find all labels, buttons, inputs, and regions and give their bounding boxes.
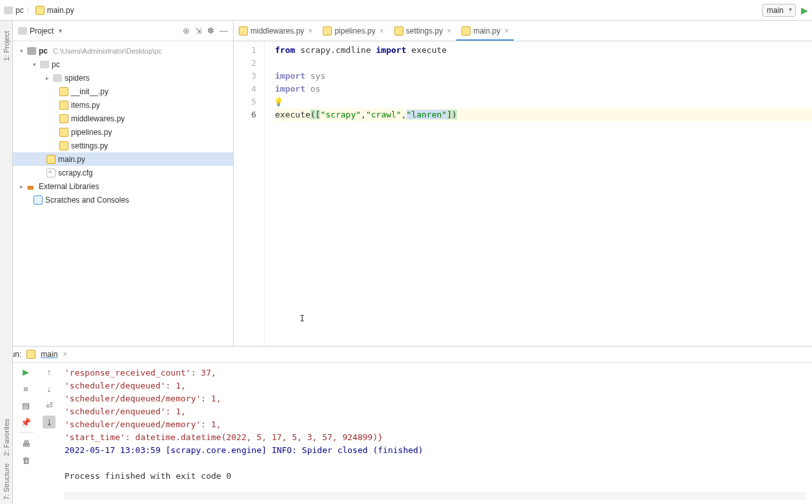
editor-tabs: middlewares.py × pipelines.py × settings… [234,21,812,41]
tree-file-pipelines[interactable]: pipelines.py [13,125,233,139]
python-file-icon [36,6,45,15]
structure-tool-tab[interactable]: 7: Structure [3,459,10,504]
python-file-icon [26,350,36,359]
scratches-icon [34,196,43,205]
python-file-icon [59,87,68,96]
python-file-icon [239,26,248,35]
chevron-right-icon: 〉 [26,6,33,15]
folder-icon [27,47,36,55]
project-view-icon [18,27,27,35]
tree-file-settings[interactable]: settings.py [13,139,233,152]
close-icon[interactable]: × [447,26,451,35]
run-tab-main[interactable]: main [41,350,57,359]
run-console-output[interactable]: 'response_received_count': 37, 'schedule… [59,363,812,504]
editor: middlewares.py × pipelines.py × settings… [234,21,812,346]
settings-gear-icon[interactable]: ✽ [207,26,214,35]
wrap-icon[interactable]: ⏎ [43,399,56,412]
tree-folder-spiders[interactable]: ▸ spiders [13,71,233,85]
close-icon[interactable]: × [308,26,312,35]
down-arrow-icon[interactable]: ↓ [43,382,56,395]
close-icon[interactable]: × [380,26,384,35]
text-cursor-icon: 𝙸 [299,312,305,325]
folder-icon [4,6,13,14]
python-file-icon [394,26,403,35]
tree-file-main[interactable]: main.py [13,152,233,166]
close-icon[interactable]: × [63,350,67,359]
run-toolbar: ▶ ■ ▤ 📌 🖶 🗑 [13,363,39,504]
python-file-icon [59,101,68,110]
project-tool-tab[interactable]: 1: Project [3,26,10,66]
folder-icon [40,61,49,68]
run-tool-window: Run: main × ▶ ■ ▤ 📌 🖶 🗑 ↑ ↓ ⏎ ⤓ [0,346,812,504]
locate-icon[interactable]: ⊕ [183,26,190,35]
tree-scratches[interactable]: Scratches and Consoles [13,193,233,207]
chevron-down-icon: ▼ [57,28,63,34]
left-tool-strip: 1: Project [0,21,13,346]
close-icon[interactable]: × [504,26,509,35]
tree-file-items[interactable]: items.py [13,98,233,112]
tree-root[interactable]: ▾ pc C:\Users\Administrator\Desktop\pc [13,44,233,57]
project-view-selector[interactable]: Project ▼ [18,26,63,35]
editor-tab-main[interactable]: main.py × [456,23,514,41]
layout-icon[interactable]: ▤ [19,399,32,412]
tree-file-middlewares[interactable]: middlewares.py [13,112,233,125]
tree-file-init[interactable]: __init__.py [13,85,233,98]
python-file-icon [59,141,68,150]
favorites-tool-tab[interactable]: 2: Favorites [3,415,10,459]
expand-all-icon[interactable]: ⇲ [195,26,202,35]
breadcrumb-file[interactable]: main.py [47,6,74,15]
editor-tab-middlewares[interactable]: middlewares.py × [234,23,318,41]
left-tool-strip-bottom: 7: Structure 2: Favorites [0,346,13,504]
breadcrumb-root[interactable]: pc [15,6,24,15]
run-button[interactable]: ▶ [801,5,808,15]
editor-tab-pipelines[interactable]: pipelines.py × [318,23,389,41]
code-area[interactable]: from scrapy.cmdline import execute impor… [265,41,812,346]
project-tree[interactable]: ▾ pc C:\Users\Administrator\Desktop\pc ▾… [13,41,233,346]
tree-package[interactable]: ▾ pc [13,57,233,71]
editor-tab-settings[interactable]: settings.py × [389,23,456,41]
stop-button[interactable]: ■ [19,382,32,395]
python-file-icon [323,26,332,35]
python-file-icon [462,26,471,35]
pin-icon[interactable]: 📌 [19,416,32,428]
hide-panel-icon[interactable]: — [219,26,228,35]
config-file-icon [46,168,56,177]
navigation-bar: pc 〉 main.py main ▶ [0,0,812,21]
gutter: 1 2 3 4 5 6 [234,41,265,346]
scroll-to-end-icon[interactable]: ⤓ [43,416,56,428]
trash-icon[interactable]: 🗑 [19,454,32,467]
horizontal-scrollbar[interactable] [65,492,807,499]
editor-body[interactable]: 1 2 3 4 5 6 from scrapy.cmdline import e… [234,41,812,346]
breadcrumb[interactable]: pc 〉 main.py [4,6,74,15]
folder-icon [53,74,62,82]
rerun-button[interactable]: ▶ [19,365,32,378]
python-file-icon [59,128,68,137]
run-configuration-selector[interactable]: main [762,4,796,17]
python-file-icon [46,155,56,164]
project-tool-window: Project ▼ ⊕ ⇲ ✽ — ▾ pc C:\Users\Administ… [13,21,234,346]
tree-external-libraries[interactable]: ▸ External Libraries [13,179,233,193]
print-icon[interactable]: 🖶 [19,437,32,450]
tree-file-cfg[interactable]: scrapy.cfg [13,166,233,179]
libraries-icon [27,182,36,191]
up-arrow-icon[interactable]: ↑ [43,365,56,378]
lightbulb-icon[interactable]: 💡 [274,96,283,108]
python-file-icon [59,114,68,123]
run-nav: ↑ ↓ ⏎ ⤓ [39,363,59,504]
